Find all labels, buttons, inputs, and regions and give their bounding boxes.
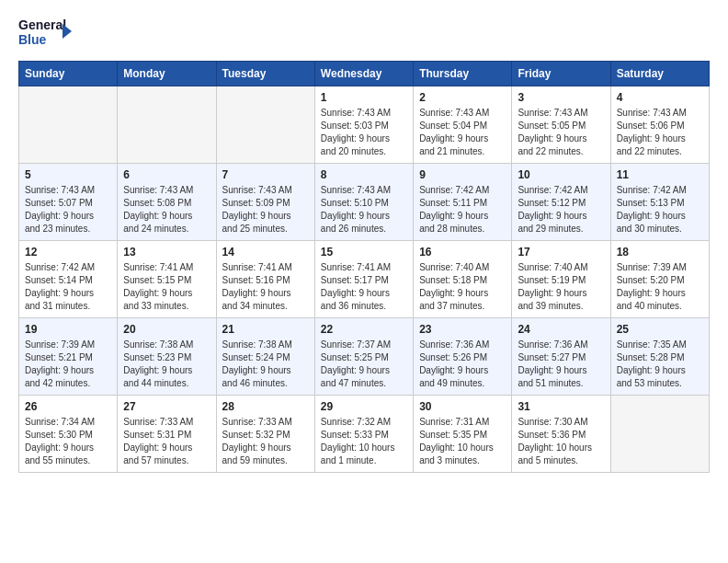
day-number: 10 <box>518 168 604 181</box>
day-info: Sunrise: 7:39 AM Sunset: 5:20 PM Dayligh… <box>617 261 703 313</box>
day-number: 14 <box>222 246 309 259</box>
day-info: Sunrise: 7:43 AM Sunset: 5:08 PM Dayligh… <box>123 184 210 236</box>
header-saturday: Saturday <box>610 62 709 86</box>
day-number: 28 <box>222 400 309 413</box>
day-number: 6 <box>123 168 210 181</box>
logo: GeneralBlue <box>18 15 74 50</box>
day-cell: 23Sunrise: 7:36 AM Sunset: 5:26 PM Dayli… <box>414 318 512 396</box>
day-cell: 5Sunrise: 7:43 AM Sunset: 5:07 PM Daylig… <box>19 164 118 241</box>
day-cell: 27Sunrise: 7:33 AM Sunset: 5:31 PM Dayli… <box>118 396 216 473</box>
day-number: 1 <box>321 91 407 104</box>
logo-svg: GeneralBlue <box>18 15 74 50</box>
header-tuesday: Tuesday <box>216 62 314 86</box>
day-number: 5 <box>25 168 111 181</box>
day-info: Sunrise: 7:36 AM Sunset: 5:26 PM Dayligh… <box>419 339 506 390</box>
day-number: 27 <box>123 400 210 413</box>
svg-marker-2 <box>63 24 72 39</box>
day-number: 26 <box>25 400 111 413</box>
day-number: 8 <box>321 168 407 181</box>
day-cell: 9Sunrise: 7:42 AM Sunset: 5:11 PM Daylig… <box>414 164 512 241</box>
header-row: SundayMondayTuesdayWednesdayThursdayFrid… <box>19 62 710 86</box>
day-cell: 1Sunrise: 7:43 AM Sunset: 5:03 PM Daylig… <box>314 86 413 164</box>
day-cell: 14Sunrise: 7:41 AM Sunset: 5:16 PM Dayli… <box>216 241 314 318</box>
day-number: 20 <box>123 323 210 336</box>
day-number: 21 <box>222 323 309 336</box>
day-cell: 24Sunrise: 7:36 AM Sunset: 5:27 PM Dayli… <box>512 318 610 396</box>
day-info: Sunrise: 7:42 AM Sunset: 5:12 PM Dayligh… <box>518 184 604 236</box>
day-info: Sunrise: 7:34 AM Sunset: 5:30 PM Dayligh… <box>25 416 111 467</box>
header-monday: Monday <box>118 62 216 86</box>
day-number: 22 <box>321 323 407 336</box>
day-cell: 6Sunrise: 7:43 AM Sunset: 5:08 PM Daylig… <box>118 164 216 241</box>
day-number: 25 <box>617 323 703 336</box>
day-cell: 8Sunrise: 7:43 AM Sunset: 5:10 PM Daylig… <box>314 164 413 241</box>
day-cell: 22Sunrise: 7:37 AM Sunset: 5:25 PM Dayli… <box>314 318 413 396</box>
day-info: Sunrise: 7:33 AM Sunset: 5:31 PM Dayligh… <box>123 416 210 467</box>
header: GeneralBlue <box>18 15 710 50</box>
day-cell: 17Sunrise: 7:40 AM Sunset: 5:19 PM Dayli… <box>512 241 610 318</box>
day-cell <box>610 396 709 473</box>
day-cell: 3Sunrise: 7:43 AM Sunset: 5:05 PM Daylig… <box>512 86 610 164</box>
day-info: Sunrise: 7:43 AM Sunset: 5:07 PM Dayligh… <box>25 184 111 236</box>
day-cell: 19Sunrise: 7:39 AM Sunset: 5:21 PM Dayli… <box>19 318 118 396</box>
day-info: Sunrise: 7:38 AM Sunset: 5:24 PM Dayligh… <box>222 339 309 390</box>
day-info: Sunrise: 7:41 AM Sunset: 5:15 PM Dayligh… <box>123 261 210 313</box>
day-cell: 16Sunrise: 7:40 AM Sunset: 5:18 PM Dayli… <box>414 241 512 318</box>
day-number: 13 <box>123 246 210 259</box>
day-cell: 25Sunrise: 7:35 AM Sunset: 5:28 PM Dayli… <box>610 318 709 396</box>
day-number: 18 <box>617 246 703 259</box>
day-info: Sunrise: 7:41 AM Sunset: 5:16 PM Dayligh… <box>222 261 309 313</box>
day-cell: 4Sunrise: 7:43 AM Sunset: 5:06 PM Daylig… <box>610 86 709 164</box>
week-row-1: 1Sunrise: 7:43 AM Sunset: 5:03 PM Daylig… <box>19 86 710 164</box>
week-row-3: 12Sunrise: 7:42 AM Sunset: 5:14 PM Dayli… <box>19 241 710 318</box>
day-info: Sunrise: 7:40 AM Sunset: 5:18 PM Dayligh… <box>419 261 506 313</box>
day-number: 9 <box>419 168 506 181</box>
svg-text:General: General <box>18 17 66 32</box>
day-number: 3 <box>518 91 604 104</box>
svg-text:Blue: Blue <box>18 32 47 47</box>
day-number: 31 <box>518 400 604 413</box>
day-cell: 28Sunrise: 7:33 AM Sunset: 5:32 PM Dayli… <box>216 396 314 473</box>
week-row-4: 19Sunrise: 7:39 AM Sunset: 5:21 PM Dayli… <box>19 318 710 396</box>
day-info: Sunrise: 7:31 AM Sunset: 5:35 PM Dayligh… <box>419 416 506 467</box>
day-info: Sunrise: 7:40 AM Sunset: 5:19 PM Dayligh… <box>518 261 604 313</box>
day-info: Sunrise: 7:37 AM Sunset: 5:25 PM Dayligh… <box>321 339 407 390</box>
day-info: Sunrise: 7:32 AM Sunset: 5:33 PM Dayligh… <box>321 416 407 467</box>
day-cell: 13Sunrise: 7:41 AM Sunset: 5:15 PM Dayli… <box>118 241 216 318</box>
day-cell: 21Sunrise: 7:38 AM Sunset: 5:24 PM Dayli… <box>216 318 314 396</box>
day-cell: 11Sunrise: 7:42 AM Sunset: 5:13 PM Dayli… <box>610 164 709 241</box>
day-cell: 15Sunrise: 7:41 AM Sunset: 5:17 PM Dayli… <box>314 241 413 318</box>
header-thursday: Thursday <box>414 62 512 86</box>
day-info: Sunrise: 7:43 AM Sunset: 5:04 PM Dayligh… <box>419 107 506 158</box>
day-info: Sunrise: 7:43 AM Sunset: 5:06 PM Dayligh… <box>617 107 703 158</box>
day-cell: 29Sunrise: 7:32 AM Sunset: 5:33 PM Dayli… <box>314 396 413 473</box>
day-info: Sunrise: 7:43 AM Sunset: 5:05 PM Dayligh… <box>518 107 604 158</box>
day-cell: 12Sunrise: 7:42 AM Sunset: 5:14 PM Dayli… <box>19 241 118 318</box>
day-info: Sunrise: 7:33 AM Sunset: 5:32 PM Dayligh… <box>222 416 309 467</box>
day-info: Sunrise: 7:30 AM Sunset: 5:36 PM Dayligh… <box>518 416 604 467</box>
day-info: Sunrise: 7:42 AM Sunset: 5:14 PM Dayligh… <box>25 261 111 313</box>
day-cell <box>19 86 118 164</box>
day-info: Sunrise: 7:42 AM Sunset: 5:11 PM Dayligh… <box>419 184 506 236</box>
header-sunday: Sunday <box>19 62 118 86</box>
day-number: 7 <box>222 168 309 181</box>
day-info: Sunrise: 7:43 AM Sunset: 5:09 PM Dayligh… <box>222 184 309 236</box>
day-cell: 26Sunrise: 7:34 AM Sunset: 5:30 PM Dayli… <box>19 396 118 473</box>
day-number: 19 <box>25 323 111 336</box>
day-number: 12 <box>25 246 111 259</box>
day-number: 11 <box>617 168 703 181</box>
day-cell: 2Sunrise: 7:43 AM Sunset: 5:04 PM Daylig… <box>414 86 512 164</box>
day-number: 17 <box>518 246 604 259</box>
day-info: Sunrise: 7:42 AM Sunset: 5:13 PM Dayligh… <box>617 184 703 236</box>
day-cell: 30Sunrise: 7:31 AM Sunset: 5:35 PM Dayli… <box>414 396 512 473</box>
header-friday: Friday <box>512 62 610 86</box>
day-number: 29 <box>321 400 407 413</box>
day-number: 15 <box>321 246 407 259</box>
day-number: 30 <box>419 400 506 413</box>
day-cell: 31Sunrise: 7:30 AM Sunset: 5:36 PM Dayli… <box>512 396 610 473</box>
day-info: Sunrise: 7:38 AM Sunset: 5:23 PM Dayligh… <box>123 339 210 390</box>
week-row-5: 26Sunrise: 7:34 AM Sunset: 5:30 PM Dayli… <box>19 396 710 473</box>
day-number: 2 <box>419 91 506 104</box>
calendar: SundayMondayTuesdayWednesdayThursdayFrid… <box>18 61 710 473</box>
day-info: Sunrise: 7:39 AM Sunset: 5:21 PM Dayligh… <box>25 339 111 390</box>
